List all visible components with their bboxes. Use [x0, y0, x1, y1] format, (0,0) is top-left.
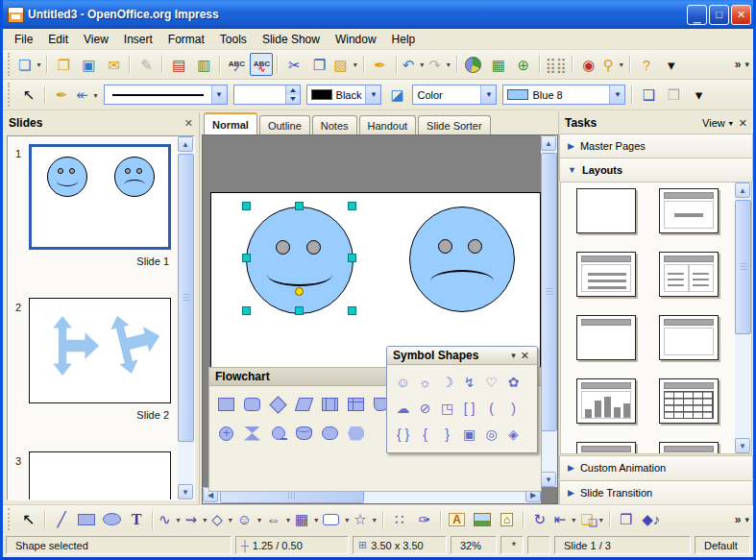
symbol-left-bracket-icon[interactable]: ( [480, 395, 502, 421]
sad-face-shape[interactable] [409, 207, 515, 312]
chevron-down-icon[interactable]: ▾ [508, 351, 519, 360]
section-custom-animation[interactable]: ▶ Custom Animation [559, 455, 753, 479]
selection-handle[interactable] [295, 306, 304, 315]
curve-icon[interactable]: ∿ [158, 508, 183, 531]
menu-item[interactable]: Edit [40, 30, 76, 49]
menu-item[interactable]: Tools [212, 30, 255, 49]
layout-title-content[interactable] [576, 252, 636, 297]
toolbar-grip[interactable] [8, 83, 13, 107]
fill-color-select[interactable]: Blue 8 ▼ [502, 85, 625, 105]
toolbar-options-icon[interactable]: ▾ [744, 60, 749, 69]
menu-item[interactable]: File [7, 30, 40, 49]
toolbar-grip[interactable] [8, 508, 13, 530]
spellcheck-icon[interactable]: ABC [225, 53, 248, 76]
menu-item[interactable]: Window [328, 30, 384, 49]
open-icon[interactable]: ❒ [52, 53, 75, 76]
close-icon[interactable]: ✕ [739, 117, 747, 130]
symbol-puzzle-icon[interactable]: ◳ [436, 395, 458, 421]
arrow-style-icon[interactable]: ↞ [75, 84, 100, 107]
area-style-icon[interactable]: ◪ [385, 84, 408, 107]
scroll-up-icon[interactable]: ▲ [541, 135, 556, 151]
layouts-scrollbar[interactable]: ▲ ▼ [735, 183, 751, 453]
navigator-icon[interactable]: ◉ [577, 53, 600, 76]
canvas-vscrollbar[interactable]: ▲ ▼ [541, 135, 557, 487]
toolbar-options-icon[interactable]: ▾ [660, 53, 683, 76]
scroll-down-icon[interactable]: ▼ [178, 484, 193, 499]
interaction-icon[interactable]: ◆♪ [640, 508, 663, 531]
view-tab[interactable]: Handout [359, 115, 417, 134]
section-layouts[interactable]: ▼ Layouts [559, 158, 753, 182]
view-tab[interactable]: Slide Sorter [418, 115, 490, 134]
stars-icon[interactable]: ☆ [353, 508, 378, 531]
cut-icon[interactable]: ✂ [282, 53, 305, 76]
layout-title-subtitle[interactable] [659, 188, 719, 233]
flowchart-internal-storage-shape[interactable] [343, 390, 369, 419]
view-tab[interactable]: Normal [204, 112, 257, 134]
autospellcheck-icon[interactable]: ABC [250, 53, 273, 76]
symbol-square-bevel-icon[interactable]: ▣ [458, 421, 480, 447]
menu-item[interactable]: Help [384, 30, 424, 49]
flowchart-sequential-access-shape[interactable] [265, 419, 291, 448]
flowchart-decision-shape[interactable] [265, 390, 291, 419]
symbol-octagon-bevel-icon[interactable]: ◎ [480, 421, 502, 447]
flowchart-icon[interactable]: ▦ [294, 508, 320, 531]
adjustment-handle[interactable] [295, 287, 304, 296]
select-pointer-icon[interactable]: ↖ [17, 84, 40, 107]
help-icon[interactable]: ? [635, 53, 658, 76]
zoom-icon[interactable]: ⚲ [602, 53, 625, 76]
close-button[interactable]: ✕ [731, 5, 751, 25]
scroll-down-icon[interactable]: ▼ [735, 438, 750, 453]
alignment-icon[interactable]: ⇤ [553, 508, 578, 531]
symbol-moon-icon[interactable]: ☽ [436, 369, 458, 395]
close-icon[interactable]: ✕ [184, 117, 193, 130]
connector-icon[interactable]: ⇝ [184, 508, 209, 531]
flowchart-predefined-process-shape[interactable] [317, 390, 343, 419]
flowchart-display-shape[interactable] [343, 419, 369, 448]
slide-canvas[interactable]: Flowchart Symbol Shapes ▾ ✕ ☺☼☽↯♡✿☁⊘◳[ ]… [202, 134, 558, 504]
display-grid-icon[interactable]: ⣿⣿ [545, 53, 568, 76]
view-tab[interactable]: Outline [259, 115, 310, 134]
paste-icon[interactable]: ▨ [332, 53, 358, 76]
scroll-down-icon[interactable]: ▼ [541, 472, 556, 487]
symbol-smiley-icon[interactable]: ☺ [392, 369, 414, 395]
menu-item[interactable]: Format [160, 30, 212, 49]
symbol-sun-icon[interactable]: ☼ [414, 369, 436, 395]
copy-icon[interactable]: ❐ [307, 53, 330, 76]
chevron-down-icon[interactable]: ▼ [211, 85, 227, 104]
hyperlink-icon[interactable]: ⊕ [512, 53, 535, 76]
callouts-icon[interactable] [322, 508, 351, 531]
symbol-cloud-icon[interactable]: ☁ [392, 395, 414, 421]
scroll-thumb[interactable] [541, 153, 557, 431]
slides-scrollbar[interactable]: ▲ ▼ [178, 136, 194, 499]
line-icon[interactable]: ╱ [50, 508, 73, 531]
arrange-icon[interactable]: ❏ [579, 508, 604, 531]
scroll-up-icon[interactable]: ▲ [178, 136, 193, 152]
toolbar-overflow-icon[interactable]: » [735, 513, 742, 526]
section-master-pages[interactable]: ▶ Master Pages [559, 134, 753, 158]
email-icon[interactable]: ✉ [102, 53, 125, 76]
glue-points-icon[interactable]: ✑ [413, 508, 436, 531]
flowchart-alternate-process-shape[interactable] [239, 390, 265, 419]
export-pdf-icon[interactable]: ▤ [167, 53, 190, 76]
layout-title-chart[interactable] [576, 378, 636, 424]
ellipse-icon[interactable] [100, 508, 123, 531]
scroll-thumb[interactable] [735, 200, 751, 334]
slide-thumbnail-item[interactable]: 1 Slide 1 [13, 144, 169, 269]
selection-handle[interactable] [295, 202, 304, 210]
slide-3-thumbnail[interactable] [29, 451, 171, 500]
edit-file-icon[interactable]: ✎ [134, 53, 158, 76]
line-color-select[interactable]: Black ▼ [306, 85, 382, 105]
chevron-down-icon[interactable]: ▼ [480, 85, 496, 104]
section-slide-transition[interactable]: ▶ Slide Transition [559, 480, 753, 504]
layout-partial-2[interactable] [659, 442, 719, 454]
scroll-up-icon[interactable]: ▲ [735, 183, 750, 198]
slide-1-thumbnail[interactable] [29, 144, 171, 250]
block-arrows-icon[interactable]: ⇔ [265, 508, 292, 531]
smiley-face-shape[interactable] [246, 207, 354, 314]
chevron-down-icon[interactable]: ▼ [609, 85, 624, 104]
fontwork-icon[interactable]: A [446, 508, 469, 531]
symbol-heart-icon[interactable]: ♡ [480, 369, 502, 395]
layout-blank[interactable] [576, 188, 636, 233]
flowchart-collate-shape[interactable] [239, 419, 265, 448]
scroll-thumb[interactable] [178, 154, 194, 442]
